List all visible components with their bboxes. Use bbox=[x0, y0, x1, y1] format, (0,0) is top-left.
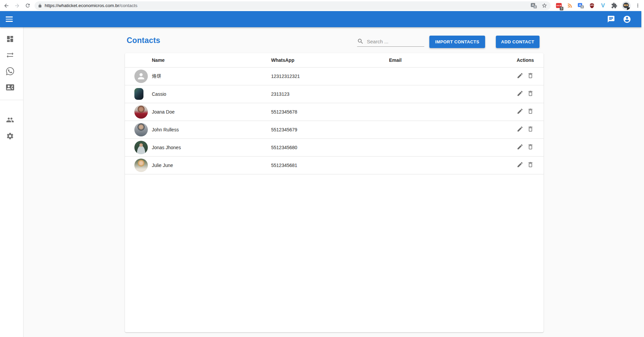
contact-email bbox=[389, 156, 517, 174]
contact-whatsapp: 5512345681 bbox=[271, 156, 389, 174]
contact-email bbox=[389, 121, 517, 138]
sidebar-divider bbox=[0, 100, 23, 100]
lock-icon bbox=[38, 4, 42, 8]
delete-icon bbox=[527, 143, 534, 150]
sidebar-item-dashboard[interactable] bbox=[0, 31, 23, 47]
contact-name: 烙饼 bbox=[152, 67, 271, 85]
edit-icon bbox=[517, 126, 523, 132]
column-header-whatsapp: WhatsApp bbox=[271, 53, 389, 67]
delete-contact-button[interactable] bbox=[527, 108, 534, 115]
reload-icon bbox=[25, 3, 31, 8]
table-row: Cassio 2313123 bbox=[125, 85, 544, 103]
edit-icon bbox=[517, 143, 523, 150]
bookmark-star-button[interactable] bbox=[542, 3, 547, 8]
person-placeholder-icon bbox=[136, 72, 146, 81]
back-icon bbox=[3, 3, 9, 9]
contact-email bbox=[389, 85, 517, 103]
edit-icon bbox=[517, 90, 523, 97]
edit-contact-button[interactable] bbox=[517, 72, 523, 79]
translate-page-icon[interactable]: A A bbox=[531, 3, 537, 8]
contact-whatsapp: 2313123 bbox=[271, 85, 389, 103]
kebab-menu-icon bbox=[635, 3, 641, 8]
table-row: Jonas Jhones 5512345680 bbox=[125, 138, 544, 156]
account-icon bbox=[623, 15, 631, 24]
menu-toggle-button[interactable] bbox=[6, 12, 19, 26]
avatar bbox=[134, 159, 148, 172]
whatsapp-icon bbox=[6, 67, 14, 75]
contact-email bbox=[389, 138, 517, 156]
delete-contact-button[interactable] bbox=[527, 143, 534, 150]
address-bar[interactable]: https://whaticket.economicros.com.br/con… bbox=[35, 1, 551, 10]
browser-profile-avatar[interactable] bbox=[622, 1, 631, 10]
v-icon: V bbox=[601, 3, 605, 8]
contact-email bbox=[389, 103, 517, 121]
browser-forward-button[interactable] bbox=[14, 3, 20, 9]
contact-whatsapp: 5512345680 bbox=[271, 138, 389, 156]
puzzle-icon bbox=[611, 2, 617, 9]
add-contact-button[interactable]: ADD CONTACT bbox=[496, 36, 540, 48]
delete-contact-button[interactable] bbox=[527, 126, 534, 132]
sidebar-item-contacts[interactable] bbox=[0, 79, 23, 95]
browser-toolbar: https://whaticket.economicros.com.br/con… bbox=[0, 0, 644, 11]
app-bar bbox=[0, 11, 641, 27]
page-title: Contacts bbox=[127, 36, 160, 45]
edit-icon bbox=[517, 108, 523, 115]
extension-badge: 3 bbox=[560, 7, 563, 10]
browser-reload-button[interactable] bbox=[25, 3, 31, 8]
delete-icon bbox=[527, 72, 534, 79]
edit-contact-button[interactable] bbox=[517, 90, 523, 97]
contact-whatsapp: 5512345679 bbox=[271, 121, 389, 138]
edit-icon bbox=[517, 161, 523, 168]
ublock-extension-icon[interactable]: UO bbox=[589, 2, 595, 9]
contact-name: Julie June bbox=[152, 156, 271, 174]
sidebar-item-settings[interactable] bbox=[0, 128, 23, 144]
user-menu-button[interactable] bbox=[623, 15, 631, 24]
sidebar-nav bbox=[0, 27, 24, 337]
contact-whatsapp: 12312312321 bbox=[271, 67, 389, 85]
contacts-icon bbox=[6, 83, 14, 91]
announcements-button[interactable] bbox=[607, 15, 615, 23]
delete-icon bbox=[527, 90, 534, 97]
delete-contact-button[interactable] bbox=[527, 161, 534, 168]
column-header-name: Name bbox=[152, 53, 271, 67]
contact-whatsapp: 5512345678 bbox=[271, 103, 389, 121]
browser-menu-button[interactable] bbox=[635, 3, 641, 8]
vimium-extension-icon[interactable]: V bbox=[600, 2, 606, 9]
table-row: Julie June 5512345681 bbox=[125, 156, 544, 174]
import-contacts-button[interactable]: IMPORT CONTACTS bbox=[429, 36, 485, 48]
edit-contact-button[interactable] bbox=[517, 108, 523, 115]
delete-icon bbox=[527, 126, 534, 132]
sidebar-item-users[interactable] bbox=[0, 112, 23, 128]
rss-extension-icon[interactable] bbox=[566, 2, 573, 9]
avatar bbox=[134, 88, 143, 100]
table-row: 烙饼 12312312321 bbox=[125, 67, 544, 85]
table-row: Joana Doe 5512345678 bbox=[125, 103, 544, 121]
edit-icon bbox=[517, 72, 523, 79]
contact-name: Cassio bbox=[152, 85, 271, 103]
extensions-menu-icon[interactable] bbox=[611, 2, 617, 9]
sidebar-item-tickets[interactable] bbox=[0, 63, 23, 79]
edit-contact-button[interactable] bbox=[517, 161, 523, 168]
dashboard-icon bbox=[6, 35, 14, 43]
notification-extension-icon[interactable]: 3 bbox=[555, 2, 562, 9]
table-header-row: Name WhatsApp Email Actions bbox=[125, 53, 544, 67]
search-input[interactable] bbox=[367, 39, 424, 44]
contacts-table: Name WhatsApp Email Actions 烙饼 123123123… bbox=[125, 53, 544, 174]
search-field bbox=[357, 36, 424, 47]
browser-back-button[interactable] bbox=[3, 3, 9, 9]
edit-contact-button[interactable] bbox=[517, 126, 523, 132]
edit-contact-button[interactable] bbox=[517, 143, 523, 150]
star-icon bbox=[542, 3, 547, 8]
avatar bbox=[134, 141, 148, 154]
sidebar-item-connections[interactable] bbox=[0, 47, 23, 63]
delete-contact-button[interactable] bbox=[527, 72, 534, 79]
rss-icon bbox=[567, 2, 573, 9]
translate-extension-icon[interactable]: A A bbox=[577, 2, 584, 9]
avatar bbox=[134, 70, 148, 83]
delete-contact-button[interactable] bbox=[527, 90, 534, 97]
avatar bbox=[134, 105, 148, 119]
forward-icon bbox=[14, 3, 20, 9]
contact-name: Joana Doe bbox=[152, 103, 271, 121]
main-content: Contacts IMPORT CONTACTS ADD CONTACT Nam… bbox=[24, 27, 644, 337]
chat-icon bbox=[607, 15, 615, 23]
